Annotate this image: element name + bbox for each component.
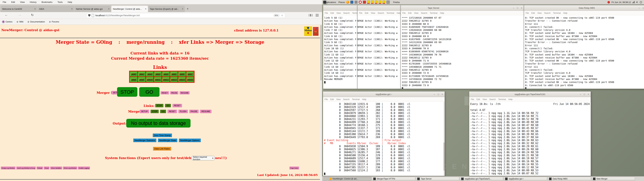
terminal-menu-file[interactable]: File	[325, 12, 328, 14]
links-go-button[interactable]: GO	[165, 104, 171, 107]
link-node-button[interactable]: aida11	[154, 78, 161, 81]
terminal-menu-edit[interactable]: Edit	[476, 98, 480, 100]
window-titlebar[interactable]: Tape Server–□×	[401, 5, 524, 11]
terminal-menu-help[interactable]: Help	[362, 98, 366, 100]
terminal-menu-file[interactable]: File	[471, 98, 474, 100]
terminal-menu-search[interactable]: Search	[343, 98, 350, 100]
merge-setup-button[interactable]: SETUP	[140, 110, 149, 113]
empty-log-window-button[interactable]: Empty Log Window	[1, 166, 16, 170]
show-variables-button[interactable]: Show Variables	[50, 166, 62, 170]
minimize-icon[interactable]: –	[639, 7, 640, 9]
link-node-button[interactable]: aida13	[170, 78, 178, 81]
link-node-button[interactable]: aida14	[178, 78, 186, 81]
midas-launcher-icon[interactable]	[379, 0, 381, 4]
page-info-icon[interactable]	[92, 14, 94, 17]
shield-icon[interactable]	[88, 14, 90, 17]
terminal-menu-file[interactable]: File	[526, 12, 529, 14]
window-titlebar[interactable]: npg@aidas-gsi:~–□×	[323, 92, 444, 97]
scrollbar-thumb[interactable]	[444, 142, 444, 170]
window-titlebar[interactable]: Data Relay MBS–□×	[524, 5, 644, 11]
places-menu[interactable]: Places	[338, 1, 345, 4]
close-icon[interactable]: ×	[182, 8, 183, 10]
link-node-button[interactable]: aida15	[186, 78, 194, 81]
screenshot-launcher-icon[interactable]	[354, 1, 358, 4]
taskbar-item[interactable]: New Merger	[592, 177, 635, 181]
menubar-item-bookmarks[interactable]: Bookmarks	[42, 1, 52, 3]
close-icon[interactable]: ×	[145, 8, 146, 10]
menubar-item-help[interactable]: Help	[68, 1, 72, 3]
merge-reset-button[interactable]: RESET	[168, 110, 177, 113]
link-node-button[interactable]: aida1	[139, 72, 145, 76]
utility-launcher-icon[interactable]	[386, 0, 390, 4]
midas-launcher-icon[interactable]	[375, 0, 378, 4]
tab-2[interactable]: AIDA×	[38, 6, 74, 12]
reset-button[interactable]: Reset	[44, 166, 49, 170]
terminal-scrollbar[interactable]	[444, 102, 444, 176]
tab-1[interactable]: Welcome to CentOS×	[1, 6, 37, 12]
newmerger-statistics-button[interactable]: NewMerger Statistics	[133, 138, 156, 142]
link-node-button[interactable]: aida6	[179, 72, 185, 76]
terminal-menu-terminal[interactable]: Terminal	[553, 12, 561, 14]
network-icon[interactable]	[632, 1, 634, 3]
maximize-icon[interactable]: □	[584, 93, 585, 96]
merge-stop-button[interactable]: STOP	[150, 110, 159, 113]
clock[interactable]: Fri Jun 14, 08:56:12	[612, 1, 631, 4]
link-node-button[interactable]: aida0	[131, 72, 137, 76]
links-stop-button[interactable]: STOP	[155, 104, 163, 107]
tab-4[interactable]: NewMerger: Control @ aida...×	[111, 6, 148, 12]
terminal-menu-edit[interactable]: Edit	[330, 98, 334, 100]
close-icon[interactable]: ×	[108, 8, 110, 10]
app-launcher-icon[interactable]	[363, 1, 366, 4]
terminal-menu-view[interactable]: View	[482, 98, 487, 100]
library-icon[interactable]	[309, 14, 312, 16]
bookmark-wiki[interactable]: ⊕Wiki	[16, 20, 23, 23]
enable-logging-button[interactable]: Enable Logging	[78, 166, 90, 170]
terminal-menu-terminal[interactable]: Terminal	[352, 12, 357, 14]
terminal-menu-view[interactable]: View	[371, 12, 375, 14]
menubar-item-edit[interactable]: Edit	[11, 1, 15, 3]
link-node-button[interactable]: aida10	[146, 78, 153, 81]
midas-launcher-icon[interactable]	[367, 0, 370, 4]
terminal-menu-help[interactable]: Help	[397, 12, 400, 14]
close-icon[interactable]: ×	[588, 93, 589, 96]
power-icon[interactable]	[640, 1, 642, 3]
terminal-menu-view[interactable]: View	[336, 12, 341, 14]
merger-go-button[interactable]: GO	[139, 87, 160, 97]
forward-icon[interactable]: →	[18, 13, 21, 17]
terminal-menu-edit[interactable]: Edit	[531, 12, 535, 14]
terminal-menu-edit[interactable]: Edit	[330, 12, 334, 14]
merge-resume-button[interactable]: RESUME	[200, 110, 211, 113]
bookmark-documentation[interactable]: ⊕Documentation	[27, 20, 45, 23]
taskbar-item[interactable]: Data Relay MBS	[548, 177, 591, 181]
scrollbar-thumb[interactable]	[320, 25, 322, 80]
browser-scrollbar[interactable]	[320, 25, 322, 181]
link-node-button[interactable]: aida9	[139, 78, 145, 81]
menubar-item-tools[interactable]: Tools	[58, 1, 62, 3]
firefox-launcher-icon[interactable]	[346, 1, 349, 4]
merger-pause-button[interactable]: PAUSE	[170, 91, 178, 94]
terminal-menu-terminal[interactable]: Terminal	[352, 98, 360, 100]
help-launcher-icon[interactable]	[359, 1, 362, 4]
terminal-menu-help[interactable]: Help	[440, 12, 444, 14]
terminal-launcher-icon[interactable]	[323, 1, 326, 4]
merger-stop-button[interactable]: STOP	[117, 87, 137, 97]
terminal-menu-search[interactable]: Search	[343, 12, 350, 14]
terminal-menu-edit[interactable]: Edit	[408, 12, 412, 14]
minimize-icon[interactable]: –	[580, 93, 581, 96]
merge-pause-button[interactable]: PAUSE	[189, 110, 199, 113]
terminal-menu-help[interactable]: Help	[508, 98, 512, 100]
minimize-icon[interactable]: –	[513, 7, 514, 9]
taskbar-item[interactable]: Merger/Tape HTTPd	[372, 177, 415, 181]
terminal-menu-terminal[interactable]: Terminal	[498, 98, 506, 100]
link-node-button[interactable]: aida2	[147, 72, 153, 76]
minimize-icon[interactable]: –	[434, 93, 435, 96]
terminal-menu-help[interactable]: Help	[563, 12, 567, 14]
maximize-icon[interactable]: □	[517, 7, 518, 9]
terminal-menu-edit[interactable]: Edit	[365, 12, 368, 14]
notification-icon[interactable]	[608, 1, 610, 4]
files-launcher-icon[interactable]	[350, 1, 353, 4]
links-reset-button[interactable]: RESET	[172, 104, 182, 107]
terminal-menu-file[interactable]: File	[359, 12, 362, 14]
tab-3[interactable]: NetVar Service @ aidas-gsi×	[74, 6, 111, 12]
link-node-button[interactable]: aida5	[171, 72, 177, 76]
